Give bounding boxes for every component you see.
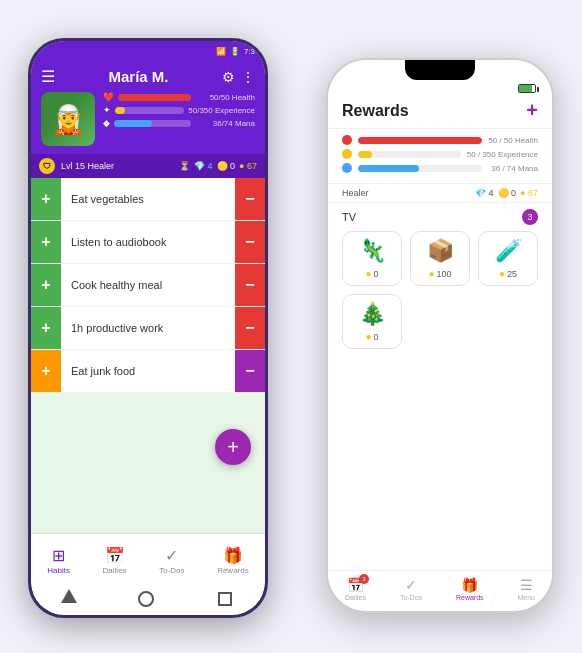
menu-icon[interactable]: ☰ bbox=[41, 67, 55, 86]
gold-count: 🟡 0 bbox=[217, 161, 236, 171]
list-item: + 1h productive work − bbox=[31, 307, 265, 349]
hourglass-icon: ⏳ bbox=[179, 161, 190, 171]
rewards-title: Rewards bbox=[342, 102, 409, 120]
tv-badge: 3 bbox=[522, 209, 538, 225]
nav-todos[interactable]: ✓ To-Dos bbox=[159, 546, 184, 575]
list-item: + Cook healthy meal − bbox=[31, 264, 265, 306]
fab-add-button[interactable]: + bbox=[215, 429, 251, 465]
habit-label: Listen to audiobook bbox=[61, 236, 235, 248]
avatar-sprite: 🧝 bbox=[41, 92, 95, 146]
nav-label: Dailies bbox=[345, 594, 366, 601]
habits-icon: ⊞ bbox=[52, 546, 65, 565]
gold-icon-right: 🟡 0 bbox=[498, 188, 517, 198]
rewards-header: Rewards + bbox=[328, 95, 552, 129]
back-button[interactable] bbox=[61, 589, 77, 603]
cost-value: 25 bbox=[507, 269, 517, 279]
habit-plus-btn[interactable]: + bbox=[31, 264, 61, 306]
tv-section: TV 3 bbox=[328, 203, 552, 227]
stats-block: ❤️ 50/50 Health ✦ 50/350 bbox=[103, 92, 255, 131]
gem-count: 💎 4 bbox=[194, 161, 213, 171]
reward-card-chest[interactable]: 📦 ● 100 bbox=[410, 231, 470, 286]
nav-rewards-right[interactable]: 🎁 Rewards bbox=[456, 577, 484, 601]
chest-sprite: 📦 bbox=[427, 238, 454, 264]
cost-value: 0 bbox=[374, 269, 379, 279]
habit-label: 1h productive work bbox=[61, 322, 235, 334]
heart-icon: ❤️ bbox=[103, 92, 114, 102]
habits-list: + Eat vegetables − + Listen to audiobook… bbox=[31, 178, 265, 533]
dailies-badge: 3 bbox=[359, 574, 369, 584]
filter-icon[interactable]: ⚙ bbox=[222, 69, 235, 85]
coin-icon: ● bbox=[499, 268, 505, 279]
nav-dailies-right[interactable]: 📅 Dailies 3 bbox=[345, 577, 366, 601]
reward-card-tree[interactable]: 🎄 ● 0 bbox=[342, 294, 402, 349]
reward-card-potion[interactable]: 🧪 ● 25 bbox=[478, 231, 538, 286]
habit-label: Eat vegetables bbox=[61, 193, 235, 205]
rewards-icon: 🎁 bbox=[223, 546, 243, 565]
gems-icon-right: 💎 4 bbox=[475, 188, 494, 198]
habit-minus-btn[interactable]: − bbox=[235, 307, 265, 349]
phone-left: 📶 🔋 7:3 ☰ María M. ⚙ ⋮ 🧝 bbox=[28, 38, 268, 618]
habit-minus-btn[interactable]: − bbox=[235, 350, 265, 392]
exp-bar bbox=[115, 107, 125, 114]
coin-icon: ● bbox=[365, 268, 371, 279]
habit-plus-btn[interactable]: + bbox=[31, 221, 61, 263]
add-reward-button[interactable]: + bbox=[526, 99, 538, 122]
rewards-grid-2: 🎄 ● 0 bbox=[328, 290, 552, 353]
nav-label: Menu bbox=[518, 594, 536, 601]
time-left: 7:3 bbox=[244, 47, 255, 56]
habit-minus-btn[interactable]: − bbox=[235, 221, 265, 263]
exp-bar-right bbox=[358, 151, 372, 158]
habit-minus-btn[interactable]: − bbox=[235, 264, 265, 306]
bottom-nav-left: ⊞ Habits 📅 Dailies ✓ To-Dos 🎁 Rewards bbox=[31, 533, 265, 585]
coin-icon: ● bbox=[428, 268, 434, 279]
coin-count: ● 67 bbox=[239, 161, 257, 171]
nav-label: Rewards bbox=[456, 594, 484, 601]
exp-label-right: 50 / 350 Experience bbox=[467, 150, 538, 159]
header-left: ☰ María M. ⚙ ⋮ 🧝 ❤️ bbox=[31, 61, 265, 154]
status-bar-left: 📶 🔋 7:3 bbox=[31, 41, 265, 61]
scene: 📶 🔋 7:3 ☰ María M. ⚙ ⋮ 🧝 bbox=[0, 0, 582, 653]
dailies-icon: 📅 bbox=[105, 546, 125, 565]
habit-minus-btn[interactable]: − bbox=[235, 178, 265, 220]
notch bbox=[405, 60, 475, 80]
home-bar-left bbox=[31, 585, 265, 615]
todos-icon-right: ✓ bbox=[405, 577, 417, 593]
nav-rewards[interactable]: 🎁 Rewards bbox=[217, 546, 249, 575]
exp-dot bbox=[342, 149, 352, 159]
rewards-icon-right: 🎁 bbox=[461, 577, 478, 593]
list-item: + Listen to audiobook − bbox=[31, 221, 265, 263]
health-bar-right bbox=[358, 137, 482, 144]
nav-habits[interactable]: ⊞ Habits bbox=[47, 546, 70, 575]
mana-dot bbox=[342, 163, 352, 173]
cost-value: 0 bbox=[374, 332, 379, 342]
battery-icon bbox=[518, 84, 536, 93]
health-bar bbox=[118, 94, 191, 101]
star-icon: ✦ bbox=[103, 105, 111, 115]
habit-label: Cook healthy meal bbox=[61, 279, 235, 291]
nav-menu-right[interactable]: ☰ Menu bbox=[518, 577, 536, 601]
avatar: 🧝 bbox=[41, 92, 95, 146]
habit-plus-btn[interactable]: + bbox=[31, 307, 61, 349]
tree-sprite: 🎄 bbox=[359, 301, 386, 327]
lizard-sprite: 🦎 bbox=[359, 238, 386, 264]
nav-label: Habits bbox=[47, 566, 70, 575]
health-dot bbox=[342, 135, 352, 145]
habit-plus-btn[interactable]: + bbox=[31, 178, 61, 220]
more-icon[interactable]: ⋮ bbox=[241, 69, 255, 85]
nav-dailies[interactable]: 📅 Dailies bbox=[103, 546, 127, 575]
level-bar: 🛡 Lvl 15 Healer ⏳ 💎 4 🟡 0 ● 67 bbox=[31, 154, 265, 178]
nav-label: To-Dos bbox=[159, 566, 184, 575]
exp-label: 50/350 Experience bbox=[188, 106, 255, 115]
cost-value: 100 bbox=[437, 269, 452, 279]
reward-card-lizard[interactable]: 🦎 ● 0 bbox=[342, 231, 402, 286]
habit-label: Eat junk food bbox=[61, 365, 235, 377]
recents-button[interactable] bbox=[218, 592, 232, 606]
nav-todos-right[interactable]: ✓ To-Dos bbox=[400, 577, 422, 601]
level-text: Lvl 15 Healer bbox=[61, 161, 173, 171]
home-button[interactable] bbox=[138, 591, 154, 607]
stats-right: 50 / 50 Health 50 / 350 Experience 36 / … bbox=[328, 129, 552, 184]
rewards-grid: 🦎 ● 0 📦 ● 100 🧪 ● bbox=[328, 227, 552, 290]
habit-plus-btn[interactable]: + bbox=[31, 350, 61, 392]
phone-right: Rewards + 50 / 50 Health 50 / 3 bbox=[326, 58, 554, 613]
coin-icon: ● bbox=[365, 331, 371, 342]
